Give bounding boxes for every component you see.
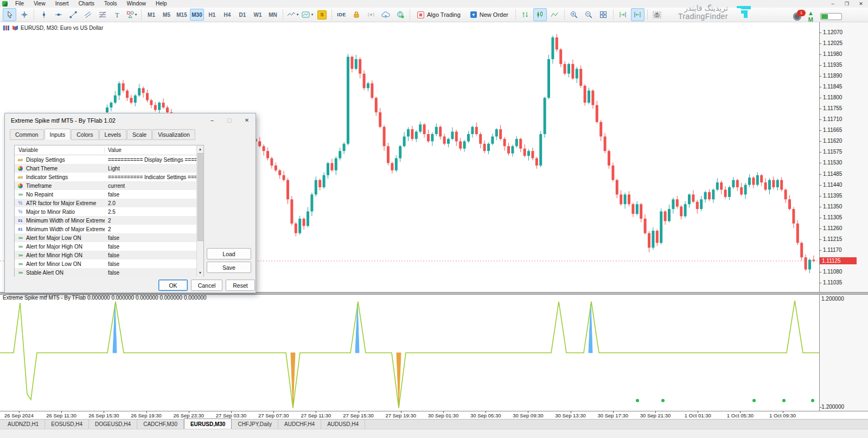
dialog-tab-scale[interactable]: Scale <box>127 129 152 140</box>
parameter-value[interactable]: false <box>105 261 203 267</box>
zoom-in-button[interactable] <box>567 8 581 21</box>
timeframe-button-m5[interactable]: M5 <box>159 9 174 21</box>
menu-charts[interactable]: Charts <box>74 0 99 8</box>
timeframe-button-h1[interactable]: H1 <box>205 9 219 21</box>
scroll-up-arrow[interactable]: ▲ <box>197 145 203 153</box>
tick-chart-button[interactable] <box>519 8 532 21</box>
parameter-value[interactable]: false <box>105 192 203 198</box>
parameter-row[interactable]: ½ATR factor for Major Extreme2.0 <box>15 199 203 207</box>
timeframe-button-m1[interactable]: M1 <box>144 9 158 21</box>
parameter-value[interactable]: false <box>105 235 203 241</box>
shift-chart-button[interactable] <box>631 8 644 21</box>
reset-button[interactable]: Reset <box>226 280 255 291</box>
timeframe-button-mn[interactable]: MN <box>266 9 280 21</box>
shift-end-button[interactable] <box>616 8 630 21</box>
parameter-row[interactable]: 01Minimum Width of Minor Extreme2 <box>15 216 203 225</box>
algo-trading-button[interactable]: Algo Trading <box>413 8 465 21</box>
shapes-tool-button[interactable]: ▾ <box>125 8 138 21</box>
parameter-row[interactable]: >>Alert for Major High ONfalse <box>15 242 203 251</box>
text-tool-button[interactable]: T <box>110 8 124 21</box>
indicators-button[interactable]: ▾ <box>301 8 314 21</box>
dialog-tab-levels[interactable]: Levels <box>99 129 126 140</box>
ok-button[interactable]: OK <box>158 280 188 291</box>
parameter-row[interactable]: >>Alert for Major Low ONfalse <box>15 233 203 242</box>
chart-tab-audnzd-h1[interactable]: AUDNZD,H1 <box>2 420 45 429</box>
vertical-line-tool-button[interactable] <box>37 8 50 21</box>
scroll-down-arrow[interactable]: ▼ <box>197 269 203 276</box>
cancel-button[interactable]: Cancel <box>191 280 222 291</box>
depth-of-market-icon[interactable] <box>3 25 10 31</box>
timeframe-button-w1[interactable]: W1 <box>251 9 265 21</box>
channel-tool-button[interactable] <box>81 8 94 21</box>
chart-tab-eurusd-m30[interactable]: EURUSD,M30 <box>184 418 232 429</box>
parameter-row[interactable]: abDisplay Settings=========== Display Se… <box>15 155 203 164</box>
notification-icon[interactable]: 1 <box>793 12 801 21</box>
parameter-row[interactable]: >>Stable Alert ONfalse <box>15 268 203 277</box>
parameter-row[interactable]: >>Alert for Minor Low ONfalse <box>15 259 203 268</box>
parameter-value[interactable]: =========== Indicator Settings ====... <box>105 174 203 180</box>
dialog-minimize-button[interactable]: – <box>203 113 221 127</box>
strategy-tester-button[interactable]: S <box>315 8 329 21</box>
timeframe-button-m30[interactable]: M30 <box>190 9 204 21</box>
community-button[interactable] <box>393 8 407 21</box>
crosshair-tool-button[interactable] <box>17 8 31 21</box>
timeframe-button-h4[interactable]: H4 <box>220 9 234 21</box>
parameter-row[interactable]: 01Minimum Width of Major Extreme2 <box>15 225 203 233</box>
window-close-button[interactable]: ✕ <box>854 0 868 8</box>
parameter-row[interactable]: >>No Repaintfalse <box>15 190 203 199</box>
save-button[interactable]: Save <box>207 262 251 273</box>
menu-insert[interactable]: Insert <box>50 0 74 8</box>
zoom-out-button[interactable] <box>582 8 596 21</box>
dialog-titlebar[interactable]: Extreme Spike mtf MT5 - By TFlab 1.02 – … <box>5 113 256 127</box>
dialog-tab-inputs[interactable]: Inputs <box>44 129 71 139</box>
scrollbar-thumb[interactable] <box>197 153 204 241</box>
fibonacci-tool-button[interactable] <box>95 8 109 21</box>
line-studies-button[interactable]: ▾ <box>286 8 299 21</box>
dialog-tab-colors[interactable]: Colors <box>71 129 98 140</box>
timeframe-button-m15[interactable]: M15 <box>175 9 189 21</box>
window-minimize-button[interactable]: – <box>826 0 840 8</box>
load-button[interactable]: Load <box>207 248 251 259</box>
new-order-button[interactable]: ▾ New Order <box>466 8 513 21</box>
chart-tab-eosusd-h4[interactable]: EOSUSD,H4 <box>45 420 89 429</box>
chart-tab-audchf-h4[interactable]: AUDCHF,H4 <box>278 420 321 429</box>
window-restore-button[interactable]: ❐ <box>840 0 854 8</box>
parameter-value[interactable]: false <box>105 252 203 258</box>
parameter-row[interactable]: Chart ThemeLight <box>15 164 203 173</box>
parameter-value[interactable]: false <box>105 270 203 276</box>
parameter-row[interactable]: Timeframecurrent <box>15 181 203 190</box>
market-status-icon[interactable]: ▲M <box>808 10 814 23</box>
parameter-row[interactable]: abIndicator Settings=========== Indicato… <box>15 173 203 181</box>
horizontal-line-tool-button[interactable] <box>52 8 65 21</box>
parameter-value[interactable]: 2.5 <box>105 209 203 215</box>
dialog-tab-visualization[interactable]: Visualization <box>152 129 195 140</box>
table-scrollbar[interactable]: ▲ ▼ <box>196 145 203 276</box>
parameter-value[interactable]: current <box>105 183 203 189</box>
chart-tab-chfjpy-daily[interactable]: CHFJPY,Daily <box>232 420 278 429</box>
chart-tab-dogeusd-h4[interactable]: DOGEUSD,H4 <box>89 420 137 429</box>
signal-button[interactable] <box>364 8 378 21</box>
symbol-book-icon[interactable] <box>12 25 18 31</box>
menu-window[interactable]: Window <box>122 0 151 8</box>
tile-windows-button[interactable] <box>597 8 610 21</box>
parameter-value[interactable]: false <box>105 244 203 250</box>
parameter-value[interactable]: 2 <box>105 226 203 232</box>
screenshot-button[interactable] <box>650 8 664 21</box>
chart-tab-cadchf-m30[interactable]: CADCHF,M30 <box>137 420 184 429</box>
chart-tab-audusd-h4[interactable]: AUDUSD,H4 <box>321 420 365 429</box>
parameter-row[interactable]: >>Alert for Minor High ONfalse <box>15 251 203 259</box>
menu-tools[interactable]: Tools <box>99 0 122 8</box>
dialog-close-button[interactable]: ✕ <box>238 113 256 127</box>
menu-help[interactable]: Help <box>151 0 172 8</box>
parameter-value[interactable]: 2 <box>105 218 203 224</box>
ide-button[interactable]: IDE <box>335 8 348 21</box>
menu-view[interactable]: View <box>29 0 50 8</box>
dialog-maximize-button[interactable]: ▢ <box>221 113 238 127</box>
cloud-button[interactable] <box>379 8 392 21</box>
parameter-row[interactable]: ½Major to Minor Ratio2.5 <box>15 207 203 216</box>
menu-file[interactable]: File <box>10 0 29 8</box>
timeframe-button-d1[interactable]: D1 <box>235 9 250 21</box>
dialog-tab-common[interactable]: Common <box>10 129 44 140</box>
cursor-tool-button[interactable] <box>3 8 16 21</box>
trendline-tool-button[interactable] <box>66 8 80 21</box>
